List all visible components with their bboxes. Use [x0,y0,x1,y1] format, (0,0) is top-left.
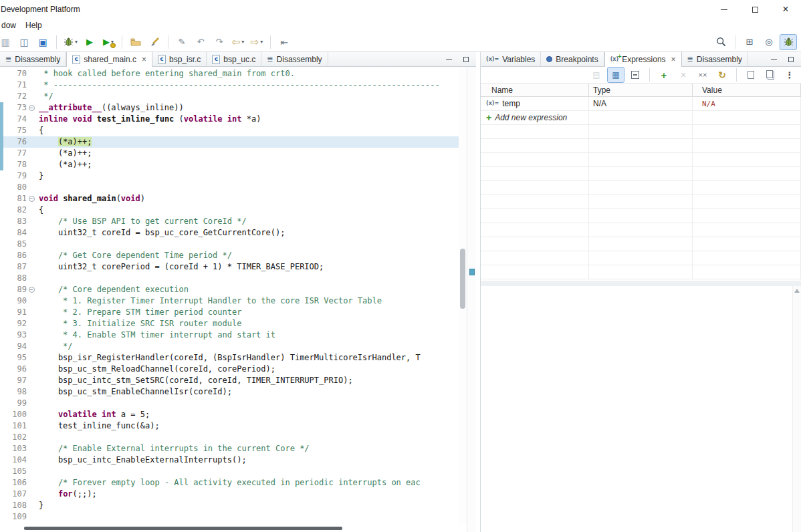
tab-bsp-uc-c[interactable]: cbsp_uc.c [207,52,261,66]
clipped-button[interactable]: ▥ [0,34,14,50]
refresh-button[interactable]: ↻ [713,67,731,83]
debug-perspective-button[interactable] [780,34,797,50]
empty-row[interactable] [481,237,801,251]
skip-all-breakpoints-button[interactable]: ◫ [15,34,33,50]
close-tab-icon[interactable]: × [671,56,676,63]
line-gutter[interactable]: 89− [0,284,39,295]
column-header-type[interactable]: Type [589,84,693,96]
column-header-name[interactable]: Name [481,84,589,96]
line-gutter[interactable]: 76 [0,136,39,148]
code-line[interactable]: 88 [0,273,459,284]
code-line[interactable]: 103 /* Enable External interrupts in the… [0,443,459,454]
run-button[interactable]: ▶ [81,34,98,50]
line-gutter[interactable]: 90 [0,295,39,307]
line-gutter[interactable]: 103 [0,443,39,454]
line-gutter[interactable]: 77 [0,148,39,159]
line-gutter[interactable]: 106 [0,477,39,489]
open-folder-button[interactable] [127,34,144,50]
show-logical-structure-button[interactable]: ▦ [607,67,624,83]
line-gutter[interactable]: 79 [0,170,39,182]
minimize-view-button[interactable] [769,55,778,63]
code-line[interactable]: 86 /* Get Core dependent Time period */ [0,250,459,261]
empty-row[interactable] [481,153,801,167]
empty-row[interactable] [481,139,801,153]
empty-row[interactable] [481,251,801,265]
collapse-icon[interactable]: − [29,287,35,293]
line-gutter[interactable]: 109 [0,511,39,523]
line-gutter[interactable]: 97 [0,375,39,386]
line-gutter[interactable]: 101 [0,420,39,432]
line-gutter[interactable]: 83 [0,216,39,227]
panel-scrollbar[interactable] [792,286,801,532]
empty-row[interactable] [481,223,801,237]
line-gutter[interactable]: 84 [0,227,39,239]
export-button[interactable] [762,67,779,83]
code-line[interactable]: 97 bsp_uc_intc_stm_SetSRC(coreId, coreId… [0,375,459,386]
code-line[interactable]: 76 (*a)++; [0,136,459,148]
tab-breakpoints[interactable]: Breakpoints [541,52,604,66]
line-gutter[interactable]: 95 [0,352,39,364]
code-line[interactable]: 95 bsp_isr_RegisterHandler(coreId, (BspI… [0,352,459,364]
tab-disassembly[interactable]: ≣Disassembly [0,52,66,66]
menu-help[interactable]: Help [21,19,47,31]
empty-row[interactable] [481,209,801,223]
line-gutter[interactable]: 104 [0,454,39,466]
line-gutter[interactable]: 72 [0,91,39,102]
line-gutter[interactable]: 86 [0,250,39,261]
line-gutter[interactable]: 94 [0,341,39,352]
new-window-button[interactable]: ▣ [34,34,51,50]
expression-row[interactable]: (x)=tempN/AN/A [481,97,801,111]
line-gutter[interactable]: 96 [0,364,39,375]
code-line[interactable]: 72 */ [0,91,459,102]
empty-row[interactable] [481,265,801,279]
editor-horizontal-scrollbar[interactable] [0,525,459,532]
line-gutter[interactable]: 85 [0,239,39,250]
horizontal-sash[interactable] [481,281,801,286]
code-line[interactable]: 82{ [0,205,459,216]
empty-row[interactable] [481,181,801,195]
new-rendering-button[interactable] [742,67,760,83]
add-expression-row[interactable]: +Add new expression [481,111,801,125]
code-line[interactable]: 70 * hook called before entering shared_… [0,68,459,80]
code-line[interactable]: 89− /* Core dependent execution [0,284,459,295]
code-line[interactable]: 101 test_inline_func(&a); [0,420,459,432]
code-line[interactable]: 107 for(;;); [0,489,459,500]
code-line[interactable]: 93 * 4. Enable STM timer interrupt and s… [0,329,459,341]
line-gutter[interactable]: 100 [0,409,39,420]
show-type-names-button[interactable]: ▤ [588,67,605,83]
close-tab-icon[interactable]: × [142,56,146,63]
tab-expressions[interactable]: (x)+Expressions× [604,52,682,67]
overview-marker[interactable] [469,269,475,275]
code-line[interactable]: 92 * 3. Initialize SRC ISR router module [0,318,459,329]
code-line[interactable]: 96 bsp_uc_stm_ReloadChannel(coreId, core… [0,364,459,375]
code-line[interactable]: 78 (*a)++; [0,159,459,170]
pencil-button[interactable]: ✎ [173,34,191,50]
line-gutter[interactable]: 74 [0,114,39,125]
line-gutter[interactable]: 107 [0,489,39,500]
line-gutter[interactable]: 99 [0,398,39,409]
open-perspective-button[interactable]: ⊞ [741,34,758,50]
debug-button[interactable]: ▾ [62,34,80,50]
code-line[interactable]: 94 */ [0,341,459,352]
line-gutter[interactable]: 82 [0,205,39,216]
editor-vertical-scrollbar[interactable] [459,67,467,525]
line-gutter[interactable]: 93 [0,329,39,341]
code-line[interactable]: 98 bsp_uc_stm_EnableChannelIsr(coreId); [0,386,459,398]
code-line[interactable]: 73−__attribute__((always_inline)) [0,102,459,114]
line-gutter[interactable]: 81− [0,193,39,205]
back-button[interactable]: ⇦▾ [229,34,247,50]
line-gutter[interactable]: 80 [0,182,39,193]
code-line[interactable]: 105 [0,466,459,477]
tab-variables[interactable]: (x)=Variables [481,52,541,66]
code-line[interactable]: 74inline void test_inline_func (volatile… [0,114,459,125]
minimize-view-button[interactable] [444,55,453,63]
line-gutter[interactable]: 105 [0,466,39,477]
code-editor[interactable]: 70 * hook called before entering shared_… [0,67,476,532]
code-line[interactable]: 90 * 1. Register Timer Interrupt Handler… [0,295,459,307]
code-line[interactable]: 108} [0,500,459,511]
add-expression-button[interactable]: + [655,67,673,83]
code-line[interactable]: 106 /* Forever empty loop - All activity… [0,477,459,489]
code-line[interactable]: 81−void shared_main(void) [0,193,459,205]
collapse-all-button[interactable] [626,67,644,83]
minimize-button[interactable] [709,0,739,19]
